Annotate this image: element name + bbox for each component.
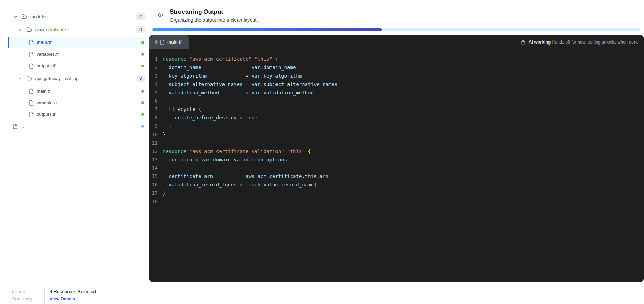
tree-item-acm-variables-tf[interactable]: variables.tf — [0, 48, 149, 60]
line-number: 3 — [149, 73, 158, 79]
line-number: 11 — [149, 140, 158, 146]
file-icon — [29, 112, 34, 117]
code-line-2: 2 domain_name = var.domain_name — [149, 63, 644, 72]
tree-item-label: main.tf — [37, 88, 50, 94]
status-dot-green — [141, 90, 144, 93]
lock-icon — [521, 40, 525, 45]
status-dot-green — [141, 65, 144, 67]
tree-item-api-gateway-rest-api[interactable]: api_gateway_rest_api3 — [0, 73, 149, 84]
step-header: Structuring Output Organizing the output… — [149, 0, 644, 23]
code-line-15: 15 certificate_arn = aws_acm_certificate… — [149, 172, 644, 180]
file-icon — [29, 88, 34, 94]
ai-working-text: Hands off for now, editing unlocks when … — [552, 40, 640, 45]
code-editor: main.tf AI working Hands off for now, ed… — [149, 35, 644, 282]
count-badge: 3 — [136, 75, 145, 82]
line-number: 2 — [149, 65, 158, 70]
tree-item-acm-outputs-tf[interactable]: outputs.tf — [0, 60, 149, 72]
code-icon — [153, 8, 168, 22]
view-details-link[interactable]: View Details — [50, 296, 96, 303]
line-number: 18 — [149, 199, 158, 204]
main-panel: Structuring Output Organizing the output… — [149, 0, 644, 282]
folder-icon — [26, 76, 32, 81]
tree-item-label: variables.tf — [37, 52, 59, 57]
tree-item-acm-certificate[interactable]: acm_certificate3 — [0, 24, 149, 35]
tree-item-label: modules — [30, 14, 47, 19]
code-line-1: 1resource "aws_acm_certificate" "this" { — [149, 55, 644, 63]
tree-item-label: outputs.tf — [37, 112, 55, 117]
line-number: 4 — [149, 81, 158, 87]
code-line-6: 6 — [149, 97, 644, 105]
file-icon — [29, 63, 34, 69]
code-line-16: 16 validation_record_fqdns = [each.value… — [149, 180, 644, 189]
file-icon — [29, 100, 34, 106]
line-number: 17 — [149, 190, 158, 196]
line-number: 12 — [149, 148, 158, 154]
code-line-7: 7 lifecycle { — [149, 105, 644, 113]
app: modules2acm_certificate3main.tfvariables… — [0, 0, 644, 282]
code-line-8: 8 create_before_destroy = true — [149, 113, 644, 122]
progress-bar-fill — [152, 28, 382, 31]
code-line-12: 12resource "aws_acm_certificate_validati… — [149, 147, 644, 156]
tree-item-label: variables.tf — [37, 100, 59, 105]
tab-main-tf[interactable]: main.tf — [149, 35, 189, 49]
tree-item-label: acm_certificate — [35, 27, 66, 32]
tree-item-more[interactable]: ... — [0, 120, 149, 132]
code-line-14: 14 — [149, 164, 644, 172]
tree-item-acm-main-tf[interactable]: main.tf — [0, 37, 149, 48]
code-line-10: 10} — [149, 130, 644, 139]
line-number: 7 — [149, 106, 158, 112]
status-dot-green — [141, 101, 144, 104]
file-tree-sidebar: modules2acm_certificate3main.tfvariables… — [0, 0, 149, 282]
status-dot-blue — [141, 125, 144, 128]
line-number: 8 — [149, 115, 158, 120]
line-number: 1 — [149, 56, 158, 62]
line-number: 14 — [149, 165, 158, 171]
tab-label: main.tf — [167, 39, 181, 45]
code-line-13: 13 for_each = var.domain_validation_opti… — [149, 156, 644, 164]
chevron-down-icon[interactable] — [18, 77, 22, 81]
code-line-17: 17} — [149, 189, 644, 197]
file-icon — [13, 124, 18, 129]
tree-item-label: main.tf — [37, 40, 52, 45]
modified-dot — [155, 40, 158, 44]
progress-bar — [152, 28, 640, 31]
selected-indicator — [8, 37, 9, 48]
line-number: 9 — [149, 123, 158, 129]
ai-working-note: AI working Hands off for now, editing un… — [521, 35, 644, 49]
code-line-5: 5 validation_method = var.validation_met… — [149, 88, 644, 97]
code-line-11: 11 — [149, 139, 644, 147]
footer-bar: Import Summary 4 Resources Selected View… — [0, 282, 644, 304]
tree-item-modules[interactable]: modules2 — [0, 11, 149, 22]
tree-item-label: outputs.tf — [37, 63, 55, 68]
code-line-3: 3 key_algorithm = var.key_algorithm — [149, 72, 644, 80]
line-number: 16 — [149, 182, 158, 187]
line-number: 13 — [149, 157, 158, 163]
chevron-down-icon[interactable] — [13, 15, 18, 19]
chevron-down-icon[interactable] — [18, 28, 22, 32]
tree-item-api-main-tf[interactable]: main.tf — [0, 85, 149, 97]
tree-item-label: api_gateway_rest_api — [35, 76, 79, 81]
status-dot-green — [141, 113, 144, 116]
code-line-4: 4 subject_alternative_names = var.subjec… — [149, 80, 644, 88]
tree-item-api-variables-tf[interactable]: variables.tf — [0, 97, 149, 108]
folder-icon — [21, 14, 27, 19]
ai-working-label: AI working — [528, 40, 551, 45]
tree-item-label: ... — [20, 124, 24, 129]
file-icon — [29, 40, 34, 45]
tree-item-api-outputs-tf[interactable]: outputs.tf — [0, 108, 149, 120]
file-icon — [29, 52, 34, 57]
line-number: 10 — [149, 132, 158, 137]
folder-icon — [26, 27, 32, 32]
editor-tab-bar: main.tf AI working Hands off for now, ed… — [149, 35, 644, 49]
line-number: 15 — [149, 173, 158, 179]
step-title: Structuring Output — [170, 9, 258, 15]
line-number: 5 — [149, 90, 158, 95]
status-dot-green — [141, 41, 144, 44]
step-subtitle: Organizing the output into a clean layou… — [170, 17, 258, 23]
status-dot-green — [141, 53, 144, 56]
code-line-18: 18 — [149, 197, 644, 206]
code-area[interactable]: 1resource "aws_acm_certificate" "this" {… — [149, 49, 644, 282]
code-line-9: 9 } — [149, 122, 644, 130]
resources-selected-status: 4 Resources Selected — [50, 288, 96, 296]
count-badge: 3 — [136, 26, 145, 33]
